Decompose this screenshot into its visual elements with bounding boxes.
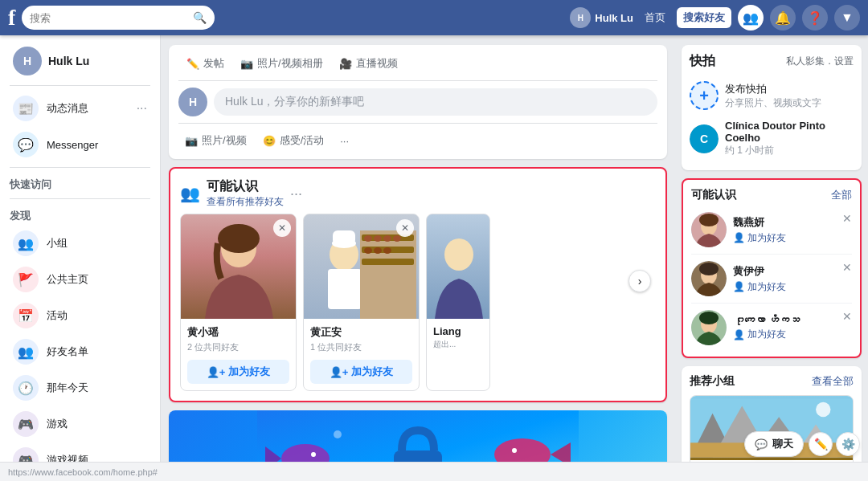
clinic-avatar: C	[690, 124, 719, 153]
pymk-right-add-0[interactable]: 👤 加为好友	[733, 231, 852, 245]
chevron-down-icon: ▼	[841, 10, 854, 25]
add-person-icon-1: 👤	[733, 281, 745, 292]
pymk-right-add-2[interactable]: 👤 加为好友	[733, 328, 852, 341]
search-input[interactable]	[30, 12, 193, 24]
pymk-person-1-add-button[interactable]: 👤+ 加为好友	[310, 360, 412, 384]
pymk-right-add-1[interactable]: 👤 加为好友	[733, 280, 852, 294]
sidebar-divider-2	[10, 167, 150, 168]
sidebar-profile[interactable]: H Hulk Lu	[3, 42, 157, 80]
notification-btn[interactable]: 🔔	[770, 5, 796, 31]
sidebar-item-pages-label: 公共主页	[47, 272, 147, 287]
svg-point-50	[816, 402, 830, 417]
feeling-action[interactable]: 😊 感受/活动	[256, 130, 331, 151]
messenger-icon: 💬	[13, 132, 39, 157]
sidebar-item-memories[interactable]: 🕐 那年今天	[3, 370, 157, 406]
quick-section: 快拍 私人影集．设置 + 发布快拍 分享照片、视频或文字 C	[682, 45, 862, 170]
friends-icon-btn[interactable]: 👥	[738, 5, 764, 31]
tab-photo-album[interactable]: 📷 照片/视频相册	[232, 53, 331, 74]
feeling-action-label: 感受/活动	[280, 133, 325, 148]
pymk-right-add-label-1: 加为好友	[747, 280, 786, 294]
live-label: 直播视频	[356, 56, 398, 71]
more-action[interactable]: ···	[334, 130, 355, 151]
pymk-divider-1	[691, 303, 852, 304]
center-feed: ✏️ 发帖 📷 照片/视频相册 🎥 直播视频 H Hulk Lu，分享你的新鲜事…	[161, 35, 675, 481]
topnav-user[interactable]: H Hulk Lu	[570, 7, 633, 28]
sidebar-item-games[interactable]: 🎮 游戏	[3, 406, 157, 442]
sidebar-item-groups[interactable]: 👥 小组	[3, 226, 157, 261]
groups-icon: 👥	[13, 230, 39, 256]
sidebar-item-pages[interactable]: 🚩 公共主页	[3, 262, 157, 297]
quick-settings[interactable]: 私人影集．设置	[786, 55, 854, 68]
create-post-avatar: H	[178, 88, 207, 116]
pymk-right-close-0[interactable]: ✕	[842, 212, 852, 225]
facebook-logo: f	[8, 5, 15, 31]
chat-icon: 💬	[755, 438, 768, 450]
top-navigation: f 🔍 H Hulk Lu 首页 搜索好友 👥 🔔 ❓ ▼	[0, 0, 868, 35]
tab-post[interactable]: ✏️ 发帖	[178, 53, 232, 74]
sidebar-profile-name: Hulk Lu	[48, 55, 89, 67]
pymk-nav: ›	[628, 270, 651, 292]
create-post-card: ✏️ 发帖 📷 照片/视频相册 🎥 直播视频 H Hulk Lu，分享你的新鲜事…	[169, 45, 667, 159]
help-btn[interactable]: ❓	[802, 5, 828, 31]
svg-point-28	[512, 448, 517, 453]
photo-video-action-label: 照片/视频	[202, 133, 247, 148]
pymk-right-close-1[interactable]: ✕	[842, 261, 852, 274]
home-link[interactable]: 首页	[640, 7, 670, 28]
pymk-subtitle[interactable]: 查看所有推荐好友	[207, 195, 284, 209]
menu-btn[interactable]: ▼	[834, 5, 860, 31]
sidebar-item-friends-list[interactable]: 👥 好友名单	[3, 334, 157, 369]
pymk-more-button[interactable]: ···	[290, 185, 302, 202]
tab-live[interactable]: 🎥 直播视频	[331, 53, 406, 74]
sidebar-item-news-feed[interactable]: 📰 动态消息 ···	[3, 91, 157, 126]
sidebar-item-events[interactable]: 📅 活动	[3, 298, 157, 333]
pymk-person-0-add-button[interactable]: 👤+ 加为好友	[187, 360, 289, 384]
right-sidebar: 快拍 私人影集．设置 + 发布快拍 分享照片、视频或文字 C	[675, 35, 868, 481]
more-icon: ···	[137, 101, 147, 116]
chat-action-2[interactable]: ⚙️	[836, 432, 860, 456]
person-2-svg	[427, 214, 489, 319]
create-post-placeholder[interactable]: Hulk Lu，分享你的新鲜事吧	[214, 88, 657, 116]
pymk-person-0-info: 黄小瑶 2 位共同好友	[181, 319, 296, 360]
groups-all[interactable]: 查看全部	[812, 374, 854, 389]
pymk-person-0-mutual: 2 位共同好友	[187, 341, 289, 353]
sidebar-item-messenger-label: Messenger	[47, 139, 147, 151]
pymk-person-0: ✕ 黄小瑶 2 位共同好友 👤+ 加为好友	[180, 214, 297, 391]
sidebar-item-groups-label: 小组	[47, 236, 147, 251]
pymk-next-button[interactable]: ›	[628, 270, 651, 292]
photo-video-action[interactable]: 📷 照片/视频	[178, 130, 253, 151]
search-bar[interactable]: 🔍	[22, 6, 215, 30]
svg-point-13	[393, 235, 401, 242]
chat-icon-buttons: ✏️ ⚙️	[809, 432, 860, 456]
sidebar-item-messenger[interactable]: 💬 Messenger	[3, 127, 157, 162]
create-story-label: 发布快拍	[725, 82, 854, 96]
pymk-right-close-2[interactable]: ✕	[842, 310, 852, 323]
pymk-right-all[interactable]: 全部	[831, 188, 852, 202]
pages-icon: 🚩	[13, 267, 39, 292]
chat-action-1[interactable]: ✏️	[809, 432, 833, 456]
pymk-right-title: 可能认识	[691, 188, 736, 202]
pymk-person-0-add-label: 加为好友	[228, 365, 270, 379]
pymk-persons-wrapper: ✕ 黄小瑶 2 位共同好友 👤+ 加为好友	[180, 214, 656, 391]
games-icon: 🎮	[13, 411, 39, 437]
bottom-url: https://www.facebook.com/home.php#	[8, 467, 158, 477]
pymk-person-0-close[interactable]: ✕	[273, 219, 291, 237]
svg-point-25	[311, 452, 316, 457]
create-story-item[interactable]: + 发布快拍 分享照片、视频或文字	[690, 76, 854, 115]
main-layout: H Hulk Lu 📰 动态消息 ··· 💬 Messenger 快速访问 发现…	[0, 35, 868, 481]
bell-icon: 🔔	[775, 10, 791, 26]
svg-rect-6	[360, 230, 416, 319]
create-story-icon: +	[690, 81, 719, 110]
svg-point-16	[383, 247, 391, 254]
create-story-text: 发布快拍 分享照片、视频或文字	[725, 82, 854, 110]
pymk-right-avatar-2	[691, 310, 727, 345]
pymk-person-1-close[interactable]: ✕	[396, 219, 414, 237]
create-post-actions: 📷 照片/视频 😊 感受/活动 ···	[178, 123, 657, 151]
find-friends-highlighted[interactable]: 搜索好友	[677, 7, 731, 28]
pymk-right-name-1: 黄伊伊	[733, 264, 852, 279]
clinic-item[interactable]: C Clínica Doutor Pinto Coelho 约 1 小时前	[690, 115, 854, 162]
svg-point-37	[699, 214, 719, 226]
pymk-right-avatar-0	[691, 212, 727, 247]
chat-bubble[interactable]: 💬 聊天	[744, 431, 804, 457]
sidebar-item-friends-list-label: 好友名单	[47, 344, 147, 359]
more-action-icon: ···	[340, 135, 349, 147]
